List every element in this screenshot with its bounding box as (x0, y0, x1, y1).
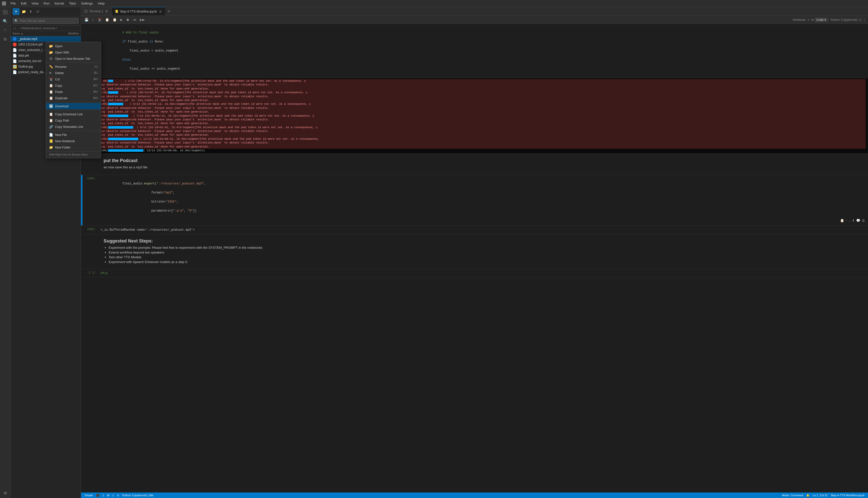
stop-kernel-button[interactable]: ⏹ (125, 17, 131, 22)
menu-tabs[interactable]: Tabs (67, 1, 78, 6)
list-item[interactable]: 🔵 _podcast.mp3 (11, 36, 81, 42)
file-icon-mp3: 🔵 (13, 37, 17, 41)
output-line: 85%| | 11/13 [03:01<00:31, 15.58s/segmen… (100, 137, 866, 141)
sort-arrow[interactable]: ▲ (21, 32, 23, 35)
run-cell-button[interactable]: ▶ (119, 17, 124, 22)
add-cell-button[interactable]: + (90, 17, 95, 22)
tab-notebook-close[interactable]: ✕ (158, 10, 163, 14)
refresh-button[interactable]: ↺ (35, 9, 41, 15)
file-icon-txt: 📄 (13, 48, 17, 52)
cell-content[interactable]: #fin (98, 269, 868, 277)
menu-settings[interactable]: Settings (79, 1, 95, 6)
duplicate-icon: 📋 (49, 96, 53, 100)
activity-search-icon[interactable]: 🔍 (2, 17, 9, 25)
menu-kernel[interactable]: Kernel (53, 1, 66, 6)
cell-content[interactable]: put the Podcast an now save this as a mp… (98, 154, 868, 175)
new-notebook-icon: 📒 (49, 139, 53, 143)
ctx-separator-4 (46, 131, 101, 131)
menu-file[interactable]: File (9, 1, 18, 6)
cell-content[interactable]: Suggested Next Steps: Experiment with th… (98, 234, 868, 269)
step-4: Experiment with Speech Enhancer models a… (108, 260, 862, 264)
settings-icon[interactable]: ⚙ (811, 18, 814, 22)
save-button[interactable]: 💾 (83, 17, 90, 22)
activity-settings-icon[interactable]: ⚙ (2, 489, 9, 497)
name-column-header: Name ▲ (13, 32, 23, 35)
shareable-link-icon: 🔗 (49, 125, 53, 129)
cut-cell-button[interactable]: ✂️ (96, 17, 103, 22)
cell-number-25-out: [25]: (82, 226, 98, 234)
mode-selector[interactable]: Code ▾ (815, 17, 828, 22)
code-cell-fin: [ ]: #fin (81, 269, 868, 277)
tab-terminal[interactable]: ⬛ Terminal 1 ✕ (81, 7, 112, 16)
status-icon-1: ⊞ (106, 494, 111, 497)
ctx-copy-path[interactable]: 📋 Copy Path (46, 117, 101, 123)
status-toggle[interactable]: ⬛ (94, 494, 101, 497)
code-cell-export: [25]: final_audio.export("./resources/_p… (81, 175, 868, 226)
cell-up-btn[interactable]: ↑ (846, 219, 847, 222)
cell-number-25: [25]: (82, 175, 98, 225)
ctx-duplicate[interactable]: 📋 Duplicate ⌘D (46, 95, 101, 101)
ctx-rename[interactable]: ✏️ Rename F2 (46, 64, 101, 70)
ctx-new-folder[interactable]: 📁 New Folder (46, 144, 101, 150)
notebook-label: Notebook (793, 18, 805, 22)
menu-run[interactable]: Run (41, 1, 52, 6)
cell-delete-btn[interactable]: 🗑 (862, 219, 865, 222)
menu-view[interactable]: View (29, 1, 40, 6)
output-cell-export: [25]: <_io.BufferedRandom name='./resour… (81, 226, 868, 234)
copy-cell-button[interactable]: 📋 (104, 17, 111, 22)
cell-content: 8%| | 1/13 [00:14<02:55, 14.67s/segment]… (98, 78, 868, 154)
activity-extensions-icon[interactable]: ⧉ (2, 36, 9, 43)
status-cell-count: 1 (101, 494, 106, 497)
kernel-selector[interactable]: Python 3 (ipykernel) ⋮ (831, 18, 866, 22)
cell-content[interactable]: final_audio.export("./resources/_podcast… (98, 175, 868, 225)
ctx-paste[interactable]: 📋 Paste ⌘V (46, 89, 101, 95)
step-1: Experiment with the prompts: Please feel… (108, 246, 862, 249)
add-tab-button[interactable]: + (166, 7, 173, 16)
ctx-copy[interactable]: 📋 Copy ⌘C (46, 82, 101, 89)
status-mode-command: Mode: Command (780, 494, 805, 497)
content-area: ⬛ Terminal 1 ✕ 📒 Step-4-TTS-Workflow.ipy… (81, 7, 868, 498)
cell-content[interactable]: # Add to final audio if final_audio is N… (98, 24, 868, 78)
tab-notebook[interactable]: 📒 Step-4-TTS-Workflow.ipynb ✕ (112, 7, 166, 16)
ctx-separator-1 (46, 63, 101, 63)
output-line: ing `pad_token_id` to `eos_token_id`:Non… (100, 87, 866, 91)
tab-notebook-label: Step-4-TTS-Workflow.ipynb (120, 10, 157, 13)
output-area: 8%| | 1/13 [00:14<02:55, 14.67s/segment]… (98, 78, 868, 154)
activity-git-icon[interactable]: ⑂ (2, 27, 9, 34)
ctx-new-file[interactable]: 📄 New File (46, 132, 101, 138)
cell-down-btn[interactable]: ↓ (849, 219, 851, 222)
output-export: <_io.BufferedRandom name='./resources/_p… (101, 228, 865, 232)
output-line: may observe unexpected behavior. Please … (100, 141, 866, 145)
open-folder-button[interactable]: 📁 (21, 9, 27, 15)
cell-copy-btn[interactable]: 📋 (840, 219, 844, 222)
ctx-copy-shareable-link[interactable]: 🔗 Copy Shareable Link (46, 123, 101, 130)
ctx-new-notebook[interactable]: 📒 New Notebook (46, 138, 101, 144)
ctx-copy-download-link[interactable]: 📋 Copy Download Link (46, 111, 101, 117)
search-input[interactable] (13, 18, 79, 24)
status-icon-circle: ⊙ (115, 494, 121, 497)
ctx-open-browser[interactable]: ➕ Open in New Browser Tab (46, 55, 101, 62)
cell-comment-btn[interactable]: 💬 (856, 219, 860, 222)
file-icon-pdf: 🔴 (13, 42, 17, 47)
ctx-download[interactable]: ⬇️ Download (46, 103, 101, 109)
menu-edit[interactable]: Edit (19, 1, 28, 6)
new-launcher-button[interactable]: + (13, 8, 20, 15)
ctx-delete[interactable]: ✕ Delete ⌦ (46, 70, 101, 76)
restart-kernel-button[interactable]: ⏮ (131, 17, 138, 22)
cell-download-btn[interactable]: ⬇ (852, 219, 855, 222)
copy-icon: 📋 (49, 84, 53, 88)
menu-help[interactable]: Help (96, 1, 106, 6)
status-kernel-idle: Python 3 (ipykernel) | Idle (121, 494, 155, 497)
external-link-icon[interactable]: ↗ (807, 18, 810, 22)
output-line: ing `pad_token_id` to `eos_token_id`:Non… (100, 99, 866, 102)
run-all-button[interactable]: ▶▶ (138, 17, 146, 22)
ctx-open-with[interactable]: 📂 Open With (46, 49, 101, 55)
open-with-icon: 📂 (49, 51, 53, 54)
ctx-open[interactable]: 📂 Open (46, 43, 101, 49)
tab-terminal-close[interactable]: ✕ (105, 9, 108, 13)
ctx-cut[interactable]: ✂️ Cut ⌘X (46, 76, 101, 82)
kernel-menu-icon[interactable]: ⋮ (863, 18, 866, 22)
paste-cell-button[interactable]: 📋 (111, 17, 118, 22)
upload-button[interactable]: ⬆ (28, 9, 34, 15)
activity-files-icon[interactable]: ⬛ (2, 9, 9, 16)
